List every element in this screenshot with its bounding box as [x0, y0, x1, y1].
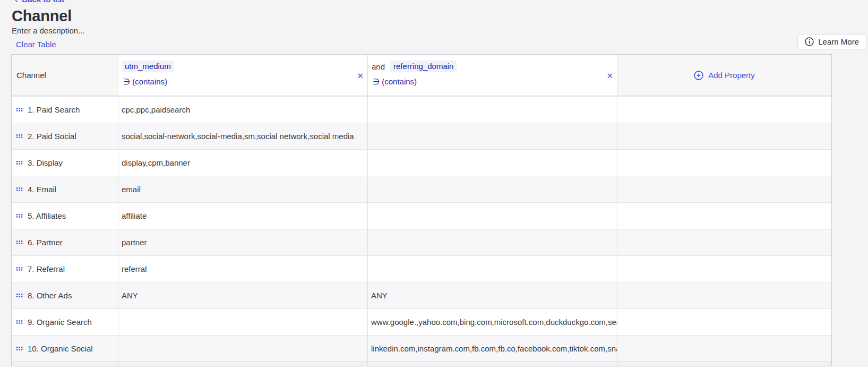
utm-medium-column-header: utm_medium ∋ (contains) ✕ [118, 55, 368, 96]
learn-more-label: Learn More [818, 37, 859, 46]
referring-domain-value[interactable] [368, 176, 617, 202]
remove-referring-domain-column-icon[interactable]: ✕ [606, 71, 613, 79]
table-row: 2. Paid Social social,social-network,soc… [12, 123, 831, 149]
table-row: 4. Email email [12, 176, 831, 202]
drag-handle-icon[interactable] [16, 160, 23, 165]
utm-medium-value[interactable] [118, 336, 368, 362]
utm-medium-value[interactable] [118, 309, 368, 335]
add-property-button[interactable]: Add Property [694, 71, 755, 80]
back-to-list-link[interactable]: ‹ Back to list [15, 0, 64, 4]
table-row: 7. Referral referral [12, 255, 831, 282]
referring-domain-value[interactable] [368, 203, 617, 229]
clear-table-button[interactable]: Clear Table [16, 40, 56, 49]
page-title: Channel [12, 7, 72, 25]
referring-domain-value[interactable] [368, 150, 617, 176]
channel-name[interactable]: 5. Affiliates [28, 211, 66, 220]
table-row: 1. Paid Search cpc,ppc,paidsearch [12, 96, 831, 123]
empty-cell [617, 203, 831, 229]
empty-cell [617, 229, 831, 255]
table-row: 6. Partner partner [12, 229, 831, 255]
channel-name[interactable]: 6. Partner [28, 238, 63, 247]
table-row: 8. Other Ads ANY ANY [12, 282, 831, 308]
utm-medium-operator-dropdown[interactable]: ∋ (contains) [122, 77, 367, 87]
utm-medium-property-pill[interactable]: utm_medium [122, 61, 174, 72]
empty-cell [617, 282, 831, 308]
utm-medium-value[interactable]: cpc,ppc,paidsearch [118, 97, 368, 123]
drag-handle-icon[interactable] [16, 107, 23, 112]
utm-medium-value[interactable]: referral [118, 256, 368, 282]
chevron-left-icon: ‹ [15, 0, 18, 4]
drag-handle-icon[interactable] [16, 267, 23, 271]
referring-domain-value[interactable] [368, 256, 617, 282]
channel-column-header: Channel [12, 55, 118, 96]
back-to-list-label: Back to list [22, 0, 64, 4]
utm-medium-value[interactable]: display,cpm,banner [118, 150, 368, 176]
empty-cell [617, 150, 831, 176]
empty-cell [617, 336, 831, 362]
learn-more-button[interactable]: Learn More [797, 34, 866, 49]
remove-utm-medium-column-icon[interactable]: ✕ [357, 71, 364, 79]
channel-name[interactable]: 8. Other Ads [28, 291, 72, 300]
channel-name[interactable]: 3. Display [28, 158, 63, 167]
table-header-row: Channel utm_medium ∋ (contains) ✕ and re… [12, 55, 831, 96]
referring-domain-value[interactable]: www.google.,yahoo.com,bing.com,microsoft… [368, 309, 617, 335]
table-row-clipped [12, 362, 831, 366]
utm-medium-value[interactable]: partner [118, 229, 368, 255]
drag-handle-icon[interactable] [16, 320, 23, 324]
channel-editor-page: ‹ Back to list Channel Enter a descripti… [0, 0, 868, 369]
table-row: 10. Organic Social linkedin.com,instagra… [12, 335, 831, 362]
channel-name[interactable]: 4. Email [28, 185, 56, 194]
channel-name[interactable]: 1. Paid Search [28, 105, 80, 114]
drag-handle-icon[interactable] [16, 346, 23, 351]
circle-plus-icon [694, 71, 703, 80]
info-icon [805, 37, 814, 46]
referring-domain-value[interactable]: ANY [368, 282, 617, 308]
referring-domain-value[interactable]: linkedin.com,instagram.com,fb.com,fb.co,… [368, 336, 617, 362]
bottom-strip [0, 367, 868, 369]
referring-domain-column-header: and referring_domain ∋ (contains) ✕ [368, 55, 617, 96]
description-input[interactable]: Enter a description... [12, 26, 85, 35]
utm-medium-value[interactable]: ANY [118, 282, 368, 308]
channel-name[interactable]: 9. Organic Search [28, 317, 92, 327]
empty-cell [617, 123, 831, 149]
utm-medium-value[interactable]: affiliate [118, 203, 368, 229]
referring-domain-value[interactable] [368, 123, 617, 149]
table-row: 9. Organic Search www.google.,yahoo.com,… [12, 308, 831, 335]
channel-rules-table: Channel utm_medium ∋ (contains) ✕ and re… [11, 54, 832, 366]
empty-cell [617, 176, 831, 202]
table-row: 3. Display display,cpm,banner [12, 149, 831, 176]
add-property-label: Add Property [708, 71, 755, 80]
drag-handle-icon[interactable] [16, 240, 23, 245]
drag-handle-icon[interactable] [16, 187, 23, 192]
empty-cell [617, 309, 831, 335]
add-property-column-header: Add Property [617, 55, 831, 96]
table-row: 5. Affiliates affiliate [12, 202, 831, 229]
and-label: and [372, 62, 385, 71]
channel-name[interactable]: 7. Referral [28, 264, 65, 273]
referring-domain-property-pill[interactable]: referring_domain [390, 61, 457, 72]
empty-cell [617, 256, 831, 282]
channel-name[interactable]: 10. Organic Social [28, 344, 93, 353]
empty-cell [617, 97, 831, 123]
utm-medium-value[interactable]: email [118, 176, 368, 202]
drag-handle-icon[interactable] [16, 134, 23, 139]
channel-name[interactable]: 2. Paid Social [28, 132, 76, 141]
drag-handle-icon[interactable] [16, 293, 23, 298]
referring-domain-value[interactable] [368, 229, 617, 255]
utm-medium-value[interactable]: social,social-network,social-media,sm,so… [118, 123, 368, 149]
referring-domain-value[interactable] [368, 97, 617, 123]
drag-handle-icon[interactable] [16, 213, 23, 218]
referring-domain-operator-dropdown[interactable]: ∋ (contains) [371, 77, 617, 87]
